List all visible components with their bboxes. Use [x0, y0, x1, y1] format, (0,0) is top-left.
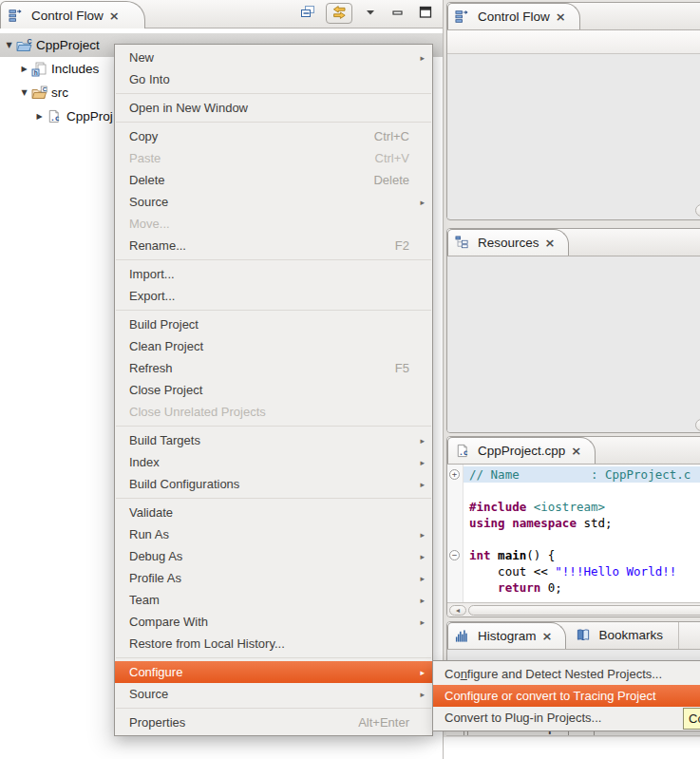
menu-item-export[interactable]: Export...	[115, 285, 432, 307]
code-editor[interactable]: +// Name : CppProject.c#include <iostrea…	[447, 465, 700, 603]
tab-histogram[interactable]: Histogram×	[447, 622, 566, 649]
project-context-menu: New▸Go IntoOpen in New WindowCopyCtrl+CP…	[114, 44, 433, 736]
code-line: #include <iostream>	[464, 499, 700, 515]
editor-tabbar: .c CppProject.cpp ×	[447, 437, 700, 465]
close-icon[interactable]: ×	[556, 10, 566, 23]
resources-icon	[455, 236, 472, 251]
submenu-item-convert-to-plug-in-projects[interactable]: Convert to Plug-in Projects...	[433, 707, 700, 729]
expander-icon[interactable]: ▼	[17, 88, 31, 97]
scroll-left-button[interactable]: ◂	[695, 419, 700, 431]
resources-content[interactable]: ◂	[447, 256, 700, 433]
tab-control-flow[interactable]: Control Flow ×	[447, 3, 580, 29]
tab-bookmarks[interactable]: Bookmarks	[566, 621, 679, 649]
menu-item-label: Copy	[129, 129, 355, 143]
menu-item-profile-as[interactable]: Profile As▸	[115, 567, 432, 589]
fold-plus-icon[interactable]: +	[449, 469, 460, 480]
tab-label: Control Flow	[31, 9, 104, 23]
maximize-button[interactable]	[416, 3, 435, 24]
tab-cppproject-cpp[interactable]: .c CppProject.cpp ×	[447, 437, 596, 464]
menu-item-clean-project[interactable]: Clean Project	[115, 335, 432, 357]
menu-item-shortcut: Ctrl+V	[375, 151, 409, 165]
control-flow-content[interactable]: ◂	[447, 54, 700, 218]
scroll-left-button[interactable]: ◂	[695, 204, 700, 217]
menu-separator	[116, 426, 431, 427]
configure-submenu: Configure and Detect Nested Projects...C…	[432, 660, 700, 731]
close-icon[interactable]: ×	[109, 9, 120, 22]
menu-item-run-as[interactable]: Run As▸	[115, 523, 432, 545]
tab-resources[interactable]: Resources ×	[447, 229, 569, 256]
control-flow-icon	[455, 9, 472, 25]
menu-item-properties[interactable]: PropertiesAlt+Enter	[115, 712, 432, 733]
menu-item-restore-from-local-history[interactable]: Restore from Local History...	[115, 633, 432, 655]
menu-item-shortcut: Ctrl+C	[374, 129, 409, 143]
expander-icon[interactable]: ▼	[2, 41, 16, 49]
close-icon[interactable]: ×	[571, 445, 581, 457]
resources-view-tabbar: Resources ×	[447, 229, 700, 256]
menu-item-debug-as[interactable]: Debug As▸	[115, 545, 432, 567]
tree-item-label: CppProject	[36, 38, 100, 52]
menu-separator	[116, 122, 431, 123]
menu-item-source[interactable]: Source▸	[115, 191, 432, 213]
menu-item-validate[interactable]: Validate	[115, 502, 432, 523]
menu-item-import[interactable]: Import...	[115, 263, 432, 285]
menu-item-label: Validate	[129, 505, 409, 520]
view-menu-button[interactable]	[361, 3, 380, 24]
minimize-button[interactable]	[388, 3, 407, 24]
c-file-icon: .c	[47, 109, 64, 124]
menu-item-move[interactable]: Move...	[115, 213, 432, 235]
code-text: #include <iostream>	[464, 499, 605, 515]
menu-item-copy[interactable]: CopyCtrl+C	[115, 125, 432, 147]
folder-src-icon: C	[31, 85, 48, 101]
menu-item-label: Move...	[129, 217, 409, 231]
menu-item-source[interactable]: Source▸	[115, 683, 432, 705]
tab-control-flow-left[interactable]: Control Flow ×	[0, 1, 145, 28]
submenu-arrow-icon: ▸	[415, 480, 425, 489]
submenu-arrow-icon: ▸	[415, 596, 425, 605]
scrollbar-thumb[interactable]	[468, 605, 700, 616]
expander-icon[interactable]: ▶	[17, 65, 31, 73]
code-lines: +// Name : CppProject.c#include <iostrea…	[464, 465, 700, 603]
link-with-editor-button[interactable]	[326, 3, 352, 24]
menu-item-compare-with[interactable]: Compare With▸	[115, 611, 432, 633]
submenu-item-configure-or-convert-to-tracing-project[interactable]: Configure or convert to Tracing Project	[433, 685, 700, 707]
bottom-view-tabbar: Histogram×Bookmarks	[447, 622, 700, 650]
submenu-arrow-icon: ▸	[415, 668, 425, 677]
menu-item-label: New	[129, 50, 409, 65]
fold-minus-icon[interactable]: −	[449, 550, 460, 560]
scroll-left-button[interactable]: ◂	[449, 605, 466, 616]
menu-item-paste[interactable]: PasteCtrl+V	[115, 147, 432, 169]
menu-item-go-into[interactable]: Go Into	[115, 68, 432, 90]
control-flow-toolbar	[447, 30, 700, 54]
menu-item-label: Refresh	[129, 361, 376, 375]
submenu-item-configure-and-detect-nested-projects[interactable]: Configure and Detect Nested Projects...	[433, 663, 700, 685]
menu-item-configure[interactable]: Configure▸	[115, 661, 432, 683]
menu-item-label: Profile As	[129, 571, 409, 585]
folder-cpp-icon: C	[16, 38, 33, 53]
left-view-tabbar: Control Flow ×	[0, 0, 443, 28]
menu-item-close-project[interactable]: Close Project	[115, 379, 432, 401]
menu-item-delete[interactable]: DeleteDelete	[115, 169, 432, 191]
menu-item-label: Clean Project	[129, 339, 409, 353]
collapse-all-button[interactable]	[298, 3, 317, 24]
menu-item-build-project[interactable]: Build Project	[115, 313, 432, 335]
menu-item-index[interactable]: Index▸	[115, 451, 432, 473]
menu-item-build-targets[interactable]: Build Targets▸	[115, 429, 432, 451]
menu-item-team[interactable]: Team▸	[115, 589, 432, 611]
close-icon[interactable]: ×	[545, 237, 556, 249]
menu-item-rename[interactable]: Rename...F2	[115, 235, 432, 256]
submenu-arrow-icon: ▸	[415, 574, 425, 583]
menu-item-label: Source	[129, 687, 409, 701]
horizontal-scrollbar[interactable]: ◂	[447, 602, 700, 617]
menu-item-label: Debug As	[129, 549, 409, 563]
menu-item-build-configurations[interactable]: Build Configurations▸	[115, 473, 432, 495]
close-icon[interactable]: ×	[542, 630, 553, 642]
menu-item-open-in-new-window[interactable]: Open in New Window	[115, 97, 432, 119]
menu-item-refresh[interactable]: RefreshF5	[115, 357, 432, 379]
menu-item-close-unrelated-projects[interactable]: Close Unrelated Projects	[115, 401, 432, 423]
expander-icon[interactable]: ▶	[32, 112, 47, 121]
link-with-editor-icon	[331, 5, 348, 23]
code-text: return 0;	[464, 579, 562, 596]
submenu-arrow-icon: ▸	[415, 436, 425, 446]
menu-item-new[interactable]: New▸	[115, 47, 432, 68]
submenu-item-label: Configure or convert to Tracing Project	[445, 689, 700, 703]
